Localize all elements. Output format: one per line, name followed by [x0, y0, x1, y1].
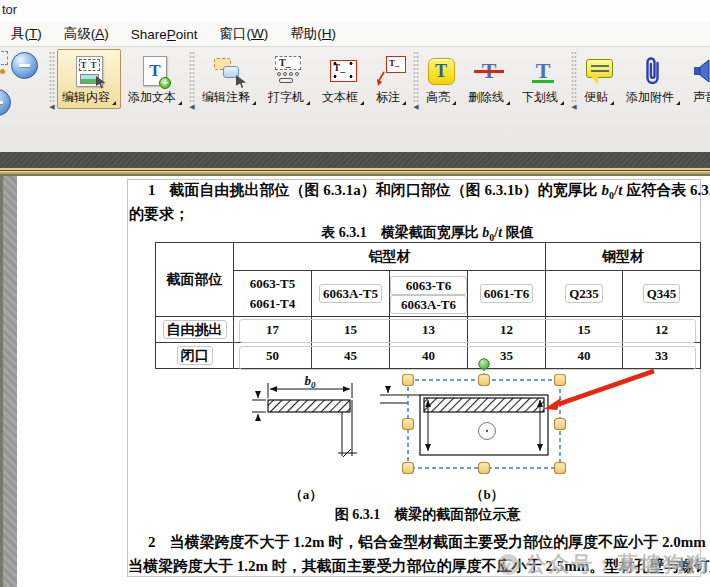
callout-label: 标注 — [376, 89, 400, 106]
table-corner-cell: 截面部位 — [156, 243, 234, 317]
table-header-cell: 6063-T56061-T4 — [234, 271, 312, 317]
table-cell: 15 — [546, 317, 623, 343]
collapse-icon[interactable]: ◀ — [571, 103, 576, 111]
pdf-page[interactable]: 1截面自由挑出部位（图 6.3.1a）和闭口部位（图 6.3.1b）的宽厚比 b… — [17, 176, 710, 587]
clipped-dot-icon — [0, 69, 5, 74]
dropdown-caret-icon[interactable] — [560, 101, 564, 105]
paragraph-1-line-1: 1截面自由挑出部位（图 6.3.1a）和闭口部位（图 6.3.1b）的宽厚比 b… — [148, 181, 710, 201]
underline-icon: T — [530, 53, 556, 89]
add-text-icon: T+ — [143, 53, 167, 89]
table-row: 截面部位 铝型材 钢型材 — [156, 243, 701, 271]
collapse-icon[interactable]: ◀ — [413, 103, 418, 111]
dropdown-caret-icon[interactable] — [178, 101, 182, 105]
rotate-handle[interactable] — [479, 359, 489, 369]
table-row: 自由挑出 17 15 13 12 15 12 — [156, 317, 701, 343]
paragraph-2-line-2: 当横梁跨度大于 1.2m 时，其截面主要受力部位的厚度不应小于 2.5mm。型材… — [128, 557, 710, 576]
table-header-cell: Q345 — [623, 271, 701, 317]
toolbar-document-divider — [0, 152, 710, 167]
highlight-icon: T — [428, 53, 455, 89]
document-area: 1截面自由挑出部位（图 6.3.1a）和闭口部位（图 6.3.1b）的宽厚比 b… — [0, 176, 710, 587]
window-title: tor — [2, 2, 17, 17]
typewriter-icon: T_ — [275, 53, 303, 89]
highlight-label: 高亮 — [426, 89, 450, 106]
figure-a-label: （a） — [276, 486, 336, 504]
dropdown-caret-icon[interactable] — [252, 101, 256, 105]
table-cell: 17 — [234, 317, 312, 343]
add-attachment-button[interactable]: 添加附件 — [621, 49, 685, 109]
dropdown-caret-icon[interactable] — [610, 101, 614, 105]
table-group-steel: 钢型材 — [546, 243, 701, 271]
sound-label: 声音 — [693, 89, 710, 106]
window-titlebar: tor — [0, 0, 710, 22]
menu-item-sharepoint[interactable]: SharePoint — [120, 25, 209, 44]
edit-content-button[interactable]: T T 编辑内容 — [57, 49, 121, 109]
figure-caption: 图 6.3.1 横梁的截面部位示意 — [155, 506, 700, 524]
add-text-button[interactable]: T+ 添加文本 — [123, 49, 187, 109]
dropdown-caret-icon[interactable] — [112, 101, 116, 105]
zoom-out-button[interactable] — [11, 52, 38, 79]
strikeout-button[interactable]: T 删除线 — [463, 49, 515, 109]
underline-button[interactable]: T 下划线 — [517, 49, 569, 109]
figure-a-free-outstand: b0 — [252, 373, 357, 457]
callout-button[interactable]: T_ 标注 — [371, 49, 411, 109]
table-cell: 13 — [390, 317, 468, 343]
textbox-button[interactable]: T_ 文本框 — [317, 49, 369, 109]
paragraph-2-line-1: 2当横梁跨度不大于 1.2m 时，铝合金型材截面主要受力部位的厚度不应小于 2.… — [148, 533, 710, 552]
textbox-label: 文本框 — [322, 89, 358, 106]
sticky-note-button[interactable]: 便贴 — [579, 49, 619, 109]
menu-bar: 具(T) 高级(A) SharePoint 窗口(W) 帮助(H) — [0, 22, 710, 46]
table-header-cell: Q235 — [546, 271, 623, 317]
table-row-label: 闭口 — [156, 343, 234, 369]
clipped-selection-icon — [0, 51, 8, 65]
table-header-cell: 6061-T6 — [468, 271, 546, 317]
table-header-cell: 6063A-T5 — [312, 271, 390, 317]
edit-comment-button[interactable]: 编辑注释 — [197, 49, 261, 109]
highlight-button[interactable]: T 高亮 — [421, 49, 461, 109]
callout-icon: T_ — [376, 53, 406, 89]
minus-icon — [0, 101, 3, 104]
resize-handles[interactable] — [403, 375, 566, 474]
strikeout-label: 删除线 — [468, 89, 504, 106]
sound-button[interactable]: 声音 — [687, 49, 710, 109]
toolbar-separator: ◀ — [571, 51, 577, 111]
typewriter-label: 打字机 — [268, 89, 304, 106]
toolbar-separator: ◀ — [413, 51, 419, 111]
sticky-note-label: 便贴 — [584, 89, 608, 106]
menu-item-help[interactable]: 帮助(H) — [279, 23, 347, 45]
cursor-arrow-icon — [96, 76, 106, 89]
edit-content-icon: T T — [76, 53, 103, 89]
menu-item-tools[interactable]: 具(T) — [0, 23, 53, 45]
menu-item-window[interactable]: 窗口(W) — [209, 23, 280, 45]
zoom-in-button-clipped[interactable] — [0, 89, 11, 116]
figure-b-label: （b） — [457, 486, 517, 504]
menu-item-advanced[interactable]: 高级(A) — [53, 23, 120, 45]
dropdown-caret-icon[interactable] — [360, 101, 364, 105]
dropdown-caret-icon[interactable] — [506, 101, 510, 105]
table-title: 表 6.3.1 横梁截面宽厚比 b0/t 限值 — [155, 224, 700, 243]
table-cell: 15 — [312, 317, 390, 343]
toolbar-left-clipped-icons — [0, 49, 48, 109]
dropdown-caret-icon[interactable] — [676, 101, 680, 105]
figure-b-closed-section[interactable] — [380, 359, 566, 474]
speaker-icon — [692, 53, 710, 89]
table-header-cell: 6063-T66063A-T6 — [390, 271, 468, 317]
edit-comment-label: 编辑注释 — [202, 89, 250, 106]
svg-text:b0: b0 — [305, 373, 317, 390]
collapse-icon[interactable]: ◀ — [49, 103, 54, 111]
collapse-icon[interactable]: ◀ — [189, 103, 194, 111]
dropdown-caret-icon[interactable] — [452, 101, 456, 105]
figure-6-3-1: b0 — [230, 358, 670, 486]
edit-comment-icon — [214, 53, 244, 89]
paragraph-1-line-2: 的要求； — [129, 205, 189, 224]
typewriter-button[interactable]: T_ 打字机 — [263, 49, 315, 109]
dropdown-caret-icon[interactable] — [306, 101, 310, 105]
table-row-label: 自由挑出 — [156, 317, 234, 343]
table-cell: 12 — [468, 317, 546, 343]
sticky-note-icon — [586, 53, 613, 89]
add-text-label: 添加文本 — [128, 89, 176, 106]
add-attachment-label: 添加附件 — [626, 89, 674, 106]
cursor-arrow-icon — [236, 75, 246, 88]
dropdown-caret-icon[interactable] — [402, 101, 406, 105]
underline-label: 下划线 — [522, 89, 558, 106]
toolbar: ◀ T T 编辑内容 T+ 添加文本 ◀ 编辑注释 T_ — [0, 46, 710, 152]
